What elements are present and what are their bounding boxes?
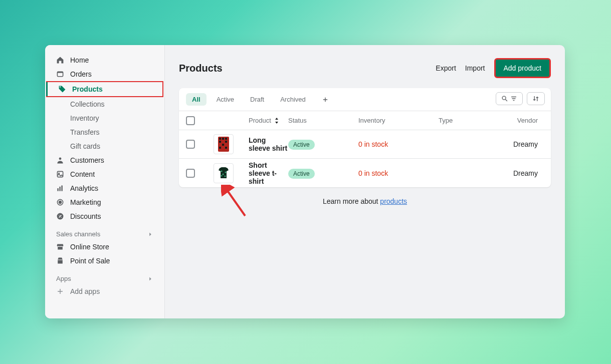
search-filter-button[interactable] (496, 92, 523, 105)
nav-label: Online Store (70, 243, 109, 251)
sidebar-sub-transfers[interactable]: Transfers (45, 125, 164, 139)
export-button[interactable]: Export (436, 64, 456, 72)
product-thumbnail (214, 163, 234, 183)
discount-icon (56, 212, 64, 220)
svg-rect-6 (59, 187, 60, 191)
page-title: Products (179, 63, 223, 74)
svg-point-25 (223, 173, 224, 175)
content-icon (56, 170, 64, 178)
inventory-value: 0 in stock (358, 169, 439, 177)
sidebar-item-analytics[interactable]: Analytics (45, 181, 164, 195)
page-header: Products Export Import Add product (179, 58, 551, 78)
svg-rect-5 (57, 188, 58, 191)
svg-rect-16 (222, 138, 224, 140)
filter-icon (510, 95, 517, 102)
status-badge: Active (288, 140, 315, 150)
svg-rect-7 (61, 185, 62, 191)
status-badge: Active (288, 169, 315, 179)
nav-label: Inventory (70, 114, 99, 122)
svg-rect-21 (219, 147, 221, 149)
sidebar-sub-collections[interactable]: Collections (45, 97, 164, 111)
add-product-button[interactable]: Add product (494, 58, 551, 78)
learn-more-link[interactable]: products (380, 197, 407, 205)
table-row[interactable]: Short sleeve t-shirt Active 0 in stock D… (179, 159, 551, 187)
svg-rect-18 (219, 141, 221, 143)
table-row[interactable]: Long sleeve shirt Active 0 in stock Drea… (179, 130, 551, 159)
vendor-value: Dreamy (489, 140, 544, 148)
sidebar-item-orders[interactable]: Orders (45, 67, 164, 81)
tab-all[interactable]: All (186, 93, 207, 106)
app-window: Home Orders Products Collections Invento… (45, 45, 565, 318)
sidebar-item-home[interactable]: Home (45, 53, 164, 67)
svg-rect-19 (225, 141, 227, 143)
sidebar-sub-inventory[interactable]: Inventory (45, 111, 164, 125)
svg-point-23 (221, 170, 223, 172)
column-product[interactable]: Product (249, 117, 271, 124)
card-tabs: All Active Draft Archived (179, 88, 551, 111)
sort-indicator-icon (274, 118, 279, 124)
svg-rect-3 (57, 171, 63, 177)
row-checkbox[interactable] (186, 169, 195, 178)
add-view-button[interactable] (316, 94, 335, 106)
table-header: Product Status Inventory Type Vendor (179, 111, 551, 130)
svg-rect-15 (219, 138, 221, 140)
tab-archived[interactable]: Archived (274, 93, 312, 106)
orders-icon (56, 70, 64, 78)
sort-button[interactable] (527, 92, 545, 105)
svg-rect-1 (57, 72, 63, 73)
column-type[interactable]: Type (439, 117, 489, 124)
column-vendor[interactable]: Vendor (489, 117, 544, 124)
sidebar-sub-giftcards[interactable]: Gift cards (45, 139, 164, 153)
add-apps-button[interactable]: Add apps (45, 284, 164, 298)
home-icon (56, 56, 64, 64)
column-status[interactable]: Status (288, 117, 358, 124)
column-inventory[interactable]: Inventory (358, 117, 439, 124)
nav-label: Customers (70, 156, 104, 164)
tab-active[interactable]: Active (211, 93, 240, 106)
sidebar-item-products[interactable]: Products (46, 81, 163, 97)
pos-icon (56, 257, 64, 265)
svg-point-13 (502, 96, 506, 100)
person-icon (56, 156, 64, 164)
inventory-value: 0 in stock (358, 140, 439, 148)
header-actions: Export Import Add product (436, 58, 551, 78)
learn-more-prefix: Learn more about (323, 197, 380, 205)
target-icon (56, 198, 64, 206)
nav-label: Marketing (70, 198, 101, 206)
svg-point-26 (225, 175, 226, 177)
svg-point-12 (61, 217, 62, 218)
sales-channels-header[interactable]: Sales channels (45, 223, 164, 240)
sidebar-channel-pos[interactable]: Point of Sale (45, 254, 164, 268)
sidebar: Home Orders Products Collections Invento… (45, 45, 165, 318)
section-label: Sales channels (56, 230, 100, 238)
nav-label: Analytics (70, 184, 98, 192)
product-name[interactable]: Long sleeve shirt (249, 136, 288, 152)
select-all-checkbox[interactable] (186, 116, 195, 125)
section-label: Apps (56, 275, 71, 282)
tab-draft[interactable]: Draft (244, 93, 270, 106)
svg-rect-22 (225, 147, 227, 149)
product-name[interactable]: Short sleeve t-shirt (249, 161, 288, 185)
svg-point-9 (59, 201, 62, 204)
svg-point-24 (225, 171, 227, 173)
apps-header[interactable]: Apps (45, 268, 164, 284)
nav-label: Discounts (70, 212, 101, 220)
learn-more-text: Learn more about products (179, 197, 551, 205)
import-button[interactable]: Import (465, 64, 485, 72)
product-thumbnail (214, 134, 234, 154)
nav-label: Transfers (70, 128, 100, 136)
sidebar-item-customers[interactable]: Customers (45, 153, 164, 167)
chevron-right-icon (147, 276, 153, 282)
search-icon (501, 95, 508, 102)
sidebar-item-content[interactable]: Content (45, 167, 164, 181)
nav-label: Point of Sale (70, 257, 110, 265)
sidebar-item-discounts[interactable]: Discounts (45, 209, 164, 223)
nav-label: Home (70, 56, 89, 64)
sidebar-channel-online-store[interactable]: Online Store (45, 240, 164, 254)
sidebar-item-marketing[interactable]: Marketing (45, 195, 164, 209)
nav-label: Collections (70, 100, 104, 108)
svg-rect-20 (222, 144, 224, 146)
row-checkbox[interactable] (186, 140, 195, 149)
sort-icon (532, 95, 539, 102)
vendor-value: Dreamy (489, 169, 544, 177)
